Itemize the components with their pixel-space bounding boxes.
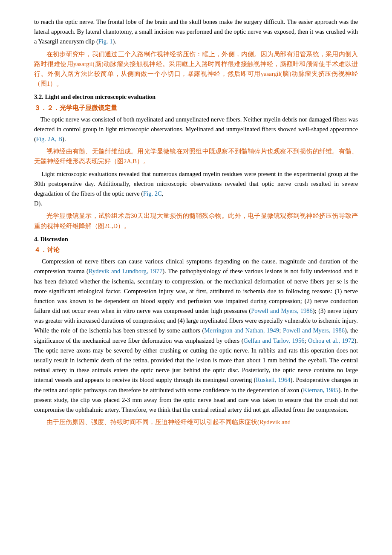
ruskell-link[interactable]: Ruskell, 1964 xyxy=(256,376,290,383)
merrington-link[interactable]: Merrington and Nathan, 1949 xyxy=(204,327,279,334)
ochoa-link[interactable]: Ochoa et al., 1972 xyxy=(308,337,355,344)
fig2c-link[interactable]: Fig. 2C xyxy=(143,190,162,197)
powell1986-link[interactable]: Powell and Myers, 1986 xyxy=(251,307,313,314)
chinese-para-3: 光学显微镜显示，试验组术后30天出现大量损伤的髓鞘残余物。此外，电子显微镜观察到… xyxy=(34,211,358,231)
kiernan-link[interactable]: Kiernan, 1985 xyxy=(303,387,338,393)
microscopy-para-en: The optic nerve was consisted of both my… xyxy=(34,115,358,145)
gelfan-link[interactable]: Gelfan and Tarlov, 1956 xyxy=(244,337,305,344)
powell1986b-link[interactable]: Powell and Myers, 1986 xyxy=(283,327,345,334)
section-4-heading-en: 4. Discussion xyxy=(34,234,358,244)
intro-paragraph: to reach the optic nerve. The frontal lo… xyxy=(34,17,358,47)
chinese-para-2: 视神经由有髓、无髓纤维组成。用光学显微镜在对照组中既观察不到髓鞘碎片也观察不到损… xyxy=(34,147,358,166)
chinese-para-4: 由于压伤原因、强度、持续时间不同，压迫神经纤维可以引起不同临床症状(Rydevi… xyxy=(34,417,358,427)
section-4-heading-cn: ４．讨论 xyxy=(34,245,358,255)
fig2ab-link[interactable]: Fig. 2A, B xyxy=(36,136,62,142)
page: to reach the optic nerve. The frontal lo… xyxy=(0,0,392,555)
section-3-2-heading-en: 3.2. Light and electron microscopic eval… xyxy=(34,92,358,102)
discussion-para-en: Compression of nerve fibers can cause va… xyxy=(34,257,358,415)
chinese-para-1: 在初步研究中，我们通过三个入路制作视神经挤压伤：眶上，外侧，内侧。因为局部有泪管… xyxy=(34,49,358,89)
fig1-link[interactable]: Fig. 1 xyxy=(98,38,113,45)
rydevik-link[interactable]: Rydevik and Lundborg, 1977 xyxy=(89,268,162,275)
section-3-2-heading-cn: ３．２．光学电子显微镜定量 xyxy=(34,103,358,113)
light-micro-para-en: Light microscopic evaluations revealed t… xyxy=(34,169,358,209)
